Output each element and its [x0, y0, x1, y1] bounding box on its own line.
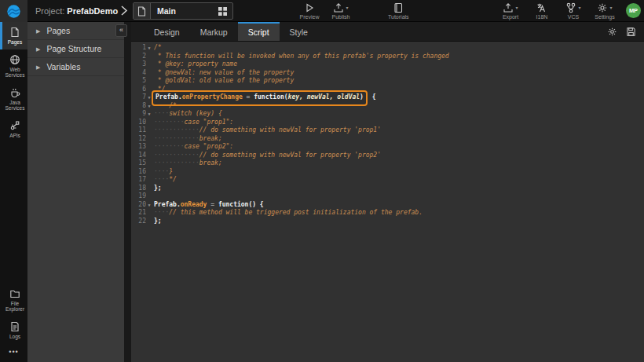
tab-script[interactable]: Script — [238, 22, 280, 41]
tray-up-icon — [333, 2, 344, 13]
code-token: ········ — [154, 143, 185, 150]
code-text: * @oldVal: old value of the property — [152, 77, 644, 86]
line-number: 10 — [131, 119, 146, 127]
line-number: 14 — [131, 152, 146, 160]
topbar-action-preview[interactable]: Preview — [299, 2, 320, 20]
line-number: 8 — [131, 102, 146, 111]
code-token: ···· — [154, 209, 169, 216]
code-text: ············break; — [152, 135, 644, 144]
panel-section-pages[interactable]: ▶Pages — [27, 22, 124, 40]
page-icon — [134, 3, 151, 19]
line-number: 5 — [131, 77, 146, 86]
panel-section-variables[interactable]: ▶Variables — [27, 58, 124, 76]
line-number: 17 — [131, 176, 146, 185]
left-rail: PagesWeb ServicesJava ServicesAPIsFile E… — [0, 22, 27, 362]
code-text: ····// this method will be triggered pos… — [152, 209, 644, 218]
book-icon — [393, 2, 404, 13]
rail-item-logs[interactable]: Logs — [0, 316, 27, 344]
topbar-action-vcs[interactable]: ▾VCS — [563, 2, 584, 20]
code-token: onPropertyChange — [182, 93, 243, 101]
fold-gutter — [146, 60, 152, 69]
code-token: = — [243, 93, 254, 101]
topbar-center-actions: Preview▾PublishTutorials — [294, 2, 415, 20]
code-text: ············break; — [152, 159, 644, 168]
code-token: break; — [199, 135, 222, 142]
topbar-action-icon-row — [304, 2, 315, 13]
fold-gutter — [146, 135, 152, 144]
rail-item-web-services[interactable]: Web Services — [0, 49, 27, 82]
code-line: 16····} — [131, 168, 644, 177]
tab-markup[interactable]: Markup — [190, 22, 238, 41]
tab-design[interactable]: Design — [144, 22, 190, 41]
topbar-right-actions: ▾ExportI18N▾VCS▾Settings — [495, 2, 620, 20]
chevron-down-icon: ▾ — [578, 5, 580, 10]
topbar-action-icon-row: ▾ — [333, 2, 348, 13]
code-text — [152, 192, 644, 201]
code-text: * This function will be invoked when any… — [152, 53, 644, 61]
code-editor[interactable]: 1▼/*2 * This function will be invoked wh… — [131, 42, 644, 362]
line-number: 19 — [131, 192, 146, 201]
rail-item-apis[interactable]: APIs — [0, 115, 27, 143]
code-token: * @newVal: new value of the property — [154, 69, 294, 76]
code-token: function( — [254, 93, 287, 101]
fold-gutter — [146, 126, 152, 135]
coffee-icon — [9, 87, 20, 98]
grid-icon[interactable] — [218, 6, 228, 16]
topbar-action-publish[interactable]: ▾Publish — [331, 2, 351, 20]
topbar-action-label: Preview — [300, 14, 320, 20]
wavemaker-logo[interactable] — [0, 0, 27, 22]
fold-gutter — [146, 119, 152, 127]
code-token: // do something with newVal for property… — [199, 152, 381, 159]
project-label: Project: — [35, 6, 64, 16]
code-token: = — [207, 201, 218, 208]
panel-collapse-button[interactable]: « — [115, 24, 127, 37]
panel-section-label: Variables — [46, 62, 80, 71]
code-token: ···· — [154, 176, 169, 183]
code-line: 3 * @key: property name — [131, 60, 644, 69]
fold-gutter — [146, 69, 152, 78]
fold-caret-icon[interactable]: ▼ — [146, 44, 152, 53]
code-token: * This function will be invoked when any… — [154, 53, 449, 60]
code-text: ····switch (key) { — [152, 110, 644, 119]
save-button[interactable] — [626, 27, 636, 37]
fold-caret-icon[interactable]: ▼ — [146, 110, 152, 119]
code-token: } — [169, 168, 173, 175]
code-token: ········ — [154, 119, 185, 126]
code-token: Prefab. — [154, 201, 181, 208]
breadcrumb-chevron-icon — [119, 5, 130, 17]
code-token: }; — [154, 218, 162, 225]
globe-icon — [9, 54, 20, 65]
highlight-box: Prefab.onPropertyChange = function(key, … — [152, 90, 368, 106]
code-line: 2 * This function will be invoked when a… — [131, 53, 644, 61]
code-token: ···· — [154, 110, 169, 117]
topbar-action-export[interactable]: ▾Export — [500, 2, 521, 20]
script-settings-button[interactable] — [607, 27, 617, 37]
code-text: }; — [152, 218, 644, 226]
topbar-action-i18n[interactable]: I18N — [532, 2, 552, 20]
panel-splitter[interactable] — [124, 22, 131, 362]
wavemaker-logo-icon — [6, 4, 21, 19]
work-area: DesignMarkupScriptStyle 1▼/*2 * This fun… — [131, 22, 644, 362]
topbar-action-settings[interactable]: ▾Settings — [595, 2, 615, 20]
line-number: 9 — [131, 110, 146, 119]
fold-gutter — [146, 143, 152, 152]
tray-up-icon — [503, 2, 514, 13]
rail-item-java-services[interactable]: Java Services — [0, 82, 27, 115]
line-number: 11 — [131, 126, 146, 135]
code-line: 22}; — [131, 218, 644, 226]
rail-more-button[interactable]: ••• — [0, 343, 27, 362]
avatar[interactable]: MP — [626, 3, 641, 18]
code-token: */ — [169, 176, 177, 183]
code-token: * @oldVal: old value of the property — [154, 77, 294, 84]
topbar-action-tutorials[interactable]: Tutorials — [388, 2, 409, 20]
topbar-action-icon-row — [536, 2, 547, 13]
panel-section-page-structure[interactable]: ▶Page Structure — [27, 40, 124, 58]
tab-style[interactable]: Style — [280, 22, 318, 41]
code-line: 1▼/* — [131, 44, 644, 53]
rail-item-file-explorer[interactable]: File Explorer — [0, 283, 27, 316]
page-selector[interactable]: Main — [133, 2, 233, 20]
topbar-action-label: I18N — [536, 14, 548, 20]
rail-item-pages[interactable]: Pages — [0, 22, 27, 49]
line-number: 21 — [131, 209, 146, 218]
fold-caret-icon[interactable]: ▼ — [146, 201, 152, 210]
